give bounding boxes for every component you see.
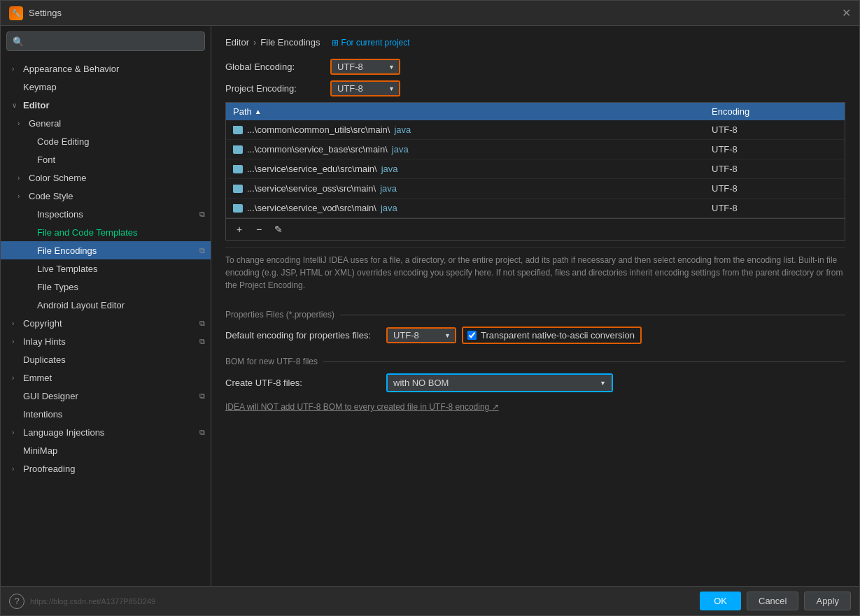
add-button[interactable]: + — [232, 222, 247, 237]
global-encoding-label: Global Encoding: — [225, 62, 330, 72]
apply-button[interactable]: Apply — [804, 592, 851, 610]
folder-icon — [233, 185, 243, 193]
project-encoding-select[interactable]: UTF-8 UTF-16 ISO-8859-1 — [332, 82, 399, 95]
project-icon: ⊞ — [332, 38, 339, 48]
help-button[interactable]: ? — [9, 594, 24, 609]
path-table: Path ▲ Encoding ...\common\common_utils\… — [225, 102, 845, 219]
sidebar-item-gui-designer[interactable]: GUI Designer ⧉ — [1, 387, 211, 405]
sidebar-item-label: Inspections — [37, 209, 83, 220]
sidebar-item-live-templates[interactable]: Live Templates — [1, 259, 211, 278]
bom-create-select[interactable]: with NO BOM with BOM with BOM (Windows o… — [388, 375, 612, 391]
chevron-right-icon: › — [12, 338, 20, 345]
sidebar-item-font[interactable]: Font — [1, 150, 211, 169]
sidebar-item-appearance[interactable]: › Appearance & Behavior — [1, 59, 211, 78]
table-body: ...\common\common_utils\src\main\java UT… — [226, 120, 845, 218]
transparent-label: Transparent native-to-ascii conversion — [481, 330, 635, 341]
sidebar-item-intentions[interactable]: Intentions — [1, 405, 211, 423]
create-utf8-label: Create UTF-8 files: — [225, 378, 379, 388]
main-panel: Editor › File Encodings ⊞ For current pr… — [211, 26, 859, 586]
project-link[interactable]: ⊞ For current project — [332, 38, 410, 48]
table-row[interactable]: ...\service\service_oss\src\main\java UT… — [226, 179, 845, 199]
sidebar-item-inlay-hints[interactable]: › Inlay Hints ⧉ — [1, 332, 211, 350]
transparent-checkbox[interactable] — [467, 331, 477, 340]
table-row[interactable]: ...\common\service_base\src\main\java UT… — [226, 140, 845, 159]
table-cell-path: ...\service\service_vod\src\main\java — [226, 200, 705, 216]
sidebar-item-color-scheme[interactable]: › Color Scheme — [1, 169, 211, 187]
sidebar-item-inspections[interactable]: Inspections ⧉ — [1, 205, 211, 223]
sidebar-item-editor[interactable]: ∨ Editor — [1, 96, 211, 114]
global-encoding-row: Global Encoding: UTF-8 UTF-16 ISO-8859-1 — [225, 59, 845, 75]
sort-arrow-icon: ▲ — [255, 108, 262, 115]
chevron-right-icon: › — [12, 65, 20, 73]
chevron-right-icon: › — [12, 429, 20, 436]
chevron-down-icon: ∨ — [12, 101, 20, 109]
badge-icon: ⧉ — [199, 246, 205, 255]
table-row[interactable]: ...\service\service_edu\src\main\java UT… — [226, 159, 845, 179]
table-row[interactable]: ...\common\common_utils\src\main\java UT… — [226, 120, 845, 140]
sidebar-item-duplicates[interactable]: Duplicates — [1, 350, 211, 368]
close-button[interactable]: ✕ — [842, 6, 851, 20]
path-bold: java — [380, 183, 397, 194]
encoding-value: UTF-8 — [712, 144, 738, 155]
watermark: https://blog.csdn.net/A1377P85D249 — [30, 597, 155, 606]
props-encoding-select[interactable]: UTF-8 UTF-16 ISO-8859-1 — [388, 329, 455, 342]
table-header-path[interactable]: Path ▲ — [226, 103, 705, 120]
sidebar-item-proofreading[interactable]: › Proofreading — [1, 459, 211, 478]
search-box[interactable]: 🔍 — [6, 31, 205, 51]
sidebar-item-file-types[interactable]: File Types — [1, 278, 211, 296]
bom-section-line — [323, 361, 845, 362]
encoding-value: UTF-8 — [712, 164, 738, 174]
sidebar-item-label: GUI Designer — [23, 391, 78, 401]
badge-icon: ⧉ — [199, 210, 205, 219]
titlebar: 🔧 Settings ✕ — [1, 1, 859, 26]
breadcrumb-current: File Encodings — [260, 37, 320, 48]
sidebar-item-label: Emmet — [23, 373, 52, 383]
table-actions: + − ✎ — [225, 219, 845, 241]
props-encoding-wrapper: UTF-8 UTF-16 ISO-8859-1 Transparent nati… — [386, 327, 642, 344]
global-encoding-select-wrapper[interactable]: UTF-8 UTF-16 ISO-8859-1 — [330, 59, 400, 75]
sidebar-item-label: Language Injections — [23, 427, 104, 438]
bom-section-divider: BOM for new UTF-8 files — [225, 357, 845, 366]
bom-note-text[interactable]: IDEA will NOT add UTF-8 BOM to every cre… — [225, 402, 499, 412]
sidebar-item-label: Code Style — [29, 191, 73, 201]
info-text: To change encoding IntelliJ IDEA uses fo… — [225, 248, 845, 297]
sidebar-item-keymap[interactable]: Keymap — [1, 78, 211, 96]
transparent-checkbox-wrapper[interactable]: Transparent native-to-ascii conversion — [462, 327, 642, 344]
sidebar-item-code-style[interactable]: › Code Style — [1, 187, 211, 205]
badge-icon: ⧉ — [199, 337, 205, 346]
table-cell-path: ...\common\service_base\src\main\java — [226, 141, 705, 157]
cancel-button[interactable]: Cancel — [747, 592, 798, 610]
sidebar-item-code-editing[interactable]: Code Editing — [1, 132, 211, 150]
app-icon: 🔧 — [9, 6, 23, 20]
table-cell-encoding: UTF-8 — [705, 161, 845, 177]
table-row[interactable]: ...\service\service_vod\src\main\java UT… — [226, 199, 845, 218]
path-prefix: ...\service\service_oss\src\main\ — [247, 183, 376, 194]
sidebar-item-file-encodings[interactable]: File Encodings ⧉ — [1, 241, 211, 259]
sidebar-item-android-layout[interactable]: Android Layout Editor — [1, 296, 211, 314]
path-prefix: ...\common\service_base\src\main\ — [247, 144, 388, 155]
breadcrumb: Editor › File Encodings ⊞ For current pr… — [225, 37, 845, 48]
sidebar-item-label: File Encodings — [37, 245, 97, 256]
main-content: 🔍 › Appearance & Behavior Keymap ∨ Edito… — [1, 26, 859, 586]
remove-button[interactable]: − — [251, 222, 267, 237]
edit-button[interactable]: ✎ — [271, 222, 286, 237]
search-input[interactable] — [28, 36, 199, 47]
bom-note: IDEA will NOT add UTF-8 BOM to every cre… — [225, 402, 845, 412]
ok-button[interactable]: OK — [700, 592, 741, 610]
sidebar-item-general[interactable]: › General — [1, 114, 211, 132]
window-title: Settings — [29, 8, 842, 18]
sidebar-item-file-code-templates[interactable]: File and Code Templates — [1, 223, 211, 241]
project-encoding-select-wrapper[interactable]: UTF-8 UTF-16 ISO-8859-1 — [330, 80, 400, 96]
sidebar-item-minimap[interactable]: MiniMap — [1, 441, 211, 459]
badge-icon: ⧉ — [199, 428, 205, 437]
bom-select-wrapper[interactable]: with NO BOM with BOM with BOM (Windows o… — [386, 373, 613, 392]
sidebar-item-label: Intentions — [23, 409, 62, 420]
sidebar-list: › Appearance & Behavior Keymap ∨ Editor … — [1, 57, 211, 586]
props-encoding-select-wrapper[interactable]: UTF-8 UTF-16 ISO-8859-1 — [386, 327, 456, 343]
sidebar-item-label: Copyright — [23, 318, 62, 329]
global-encoding-select[interactable]: UTF-8 UTF-16 ISO-8859-1 — [332, 60, 399, 73]
sidebar-item-language-injections[interactable]: › Language Injections ⧉ — [1, 423, 211, 441]
folder-icon — [233, 126, 243, 134]
sidebar-item-emmet[interactable]: › Emmet — [1, 368, 211, 387]
sidebar-item-copyright[interactable]: › Copyright ⧉ — [1, 314, 211, 332]
